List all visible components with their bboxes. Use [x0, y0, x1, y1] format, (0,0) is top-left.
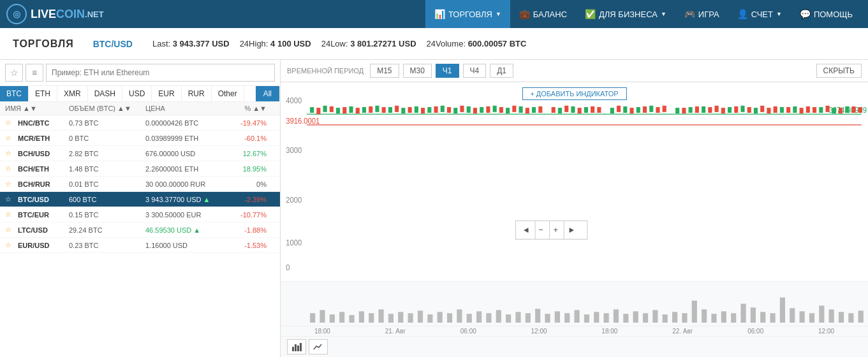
vol-label: 24Volume: 600.00057 BTC [427, 39, 527, 48]
time-btn-ch4[interactable]: Ч4 [463, 64, 487, 78]
svg-rect-108 [398, 312, 403, 323]
table-row[interactable]: ☆ BTC/EUR 0.15 BTC 3 300.50000 EUR -10.7… [0, 207, 280, 222]
search-input[interactable] [46, 64, 275, 82]
nav-balance-label: БАЛАНС [533, 10, 567, 19]
bar-chart-icon [291, 342, 302, 352]
svg-rect-46 [330, 106, 334, 112]
svg-rect-13 [362, 107, 366, 113]
vol-value: 600.00057 BTC [468, 39, 527, 48]
svg-rect-152 [829, 309, 834, 323]
svg-rect-75 [708, 107, 712, 113]
tab-eur[interactable]: EUR [152, 86, 181, 101]
svg-rect-64 [564, 106, 568, 112]
svg-rect-48 [356, 108, 360, 113]
volume-chart [281, 282, 868, 326]
hide-button[interactable]: СКРЫТЬ [816, 64, 862, 78]
tab-rur[interactable]: RUR [182, 86, 212, 101]
favorites-button[interactable]: ☆ [5, 64, 23, 82]
tab-dash[interactable]: DASH [88, 86, 122, 101]
table-row[interactable]: ☆ BCH/USD 2.82 BTC 676.00000 USD 12.67% [0, 146, 280, 161]
svg-rect-153 [839, 312, 844, 323]
nav-trading[interactable]: 📊 ТОРГОВЛЯ ▼ [425, 0, 510, 28]
chart-toolbar: ВРЕМЕННОЙ ПЕРИОД М15 М30 Ч1 Ч4 Д1 СКРЫТЬ [281, 60, 868, 82]
list-view-button[interactable]: ≡ [26, 64, 43, 82]
nav-help[interactable]: 💬 ПОМОЩЬ [791, 0, 862, 28]
table-row[interactable]: ☆ EUR/USD 0.23 BTC 1.16000 USD -1.53% [0, 238, 280, 253]
bar-chart-button[interactable] [287, 339, 306, 354]
svg-rect-71 [656, 107, 659, 113]
svg-rect-120 [515, 312, 520, 323]
svg-rect-62 [538, 106, 542, 113]
svg-rect-114 [457, 309, 462, 323]
svg-text:◄: ◄ [522, 225, 530, 235]
svg-rect-12 [349, 106, 353, 113]
tab-usd[interactable]: USD [122, 86, 152, 101]
svg-rect-34 [675, 108, 679, 113]
table-row[interactable]: ☆ BCH/ETH 1.48 BTC 2.26000001 ETH 18.95% [0, 161, 280, 177]
svg-text:−: − [538, 225, 543, 235]
nav-business[interactable]: ✅ ДЛЯ БИЗНЕСА ▼ [576, 0, 675, 28]
logo: ◎ LIVECOIN.NET [6, 4, 104, 24]
time-btn-m30[interactable]: М30 [403, 64, 432, 78]
svg-rect-9 [310, 107, 314, 113]
svg-rect-113 [447, 313, 452, 323]
svg-rect-159 [300, 343, 302, 351]
svg-rect-116 [476, 311, 482, 323]
trading-arrow: ▼ [496, 11, 501, 17]
svg-rect-102 [339, 312, 344, 323]
svg-rect-56 [460, 106, 464, 112]
svg-rect-117 [486, 313, 491, 323]
svg-rect-58 [486, 106, 490, 113]
percent-value: 18.95% [228, 165, 267, 173]
add-indicator-button[interactable]: + ДОБАВИТЬ ИНДИКАТОР [522, 87, 626, 100]
svg-rect-135 [663, 314, 668, 323]
nav-game[interactable]: 🎮 ИГРА [675, 0, 728, 28]
svg-rect-100 [320, 310, 325, 323]
svg-rect-136 [672, 312, 677, 323]
table-row[interactable]: ☆ HNC/BTC 0.73 BTC 0.00000426 BTC -19.47… [0, 115, 280, 131]
line-chart-button[interactable] [309, 339, 328, 354]
time-btn-d1[interactable]: Д1 [490, 64, 513, 78]
svg-rect-155 [858, 310, 864, 323]
svg-rect-154 [848, 313, 853, 323]
nav-balance[interactable]: 💼 БАЛАНС [510, 0, 576, 28]
header: ◎ LIVECOIN.NET 📊 ТОРГОВЛЯ ▼ 💼 БАЛАНС ✅ Д… [0, 0, 868, 28]
svg-rect-88 [839, 108, 842, 113]
table-header: ИМЯ ▲▼ ОБЪЕМ (BTC) ▲▼ ЦЕНА % ▲▼ [0, 102, 280, 115]
tab-other[interactable]: Other [212, 86, 244, 101]
table-row[interactable]: ☆ LTC/USD 29.24 BTC 46.59530 USD ▲ -1.88… [0, 222, 280, 238]
time-btn-m15[interactable]: М15 [370, 64, 399, 78]
svg-rect-81 [767, 108, 770, 113]
svg-rect-85 [806, 106, 810, 113]
svg-rect-123 [545, 314, 550, 323]
svg-rect-134 [652, 310, 658, 323]
tab-btc[interactable]: BTC [0, 86, 29, 101]
table-row[interactable]: ☆ BTC/USD 600 BTC 3 943.37700 USD ▲ -2.3… [0, 192, 280, 207]
svg-rect-73 [682, 108, 686, 113]
time-btn-ch1[interactable]: Ч1 [436, 64, 459, 78]
svg-rect-49 [369, 106, 372, 113]
nav-account[interactable]: 👤 СЧЕТ ▼ [728, 0, 791, 28]
tab-xmr[interactable]: XMR [57, 86, 88, 101]
low-value: 3 801.27271 USD [350, 39, 416, 48]
ticker-pair: BTC/USD [93, 39, 133, 49]
svg-rect-78 [734, 106, 738, 113]
table-row[interactable]: ☆ BCH/RUR 0.01 BTC 30 000.00000 RUR 0% [0, 177, 280, 192]
time-label-2: 21. Авг [385, 328, 406, 335]
svg-rect-142 [731, 313, 736, 323]
table-row[interactable]: ☆ MCR/ETH 0 BTC 0.03989999 ETH -60.1% [0, 131, 280, 146]
tab-eth[interactable]: ETH [29, 86, 57, 101]
svg-rect-28 [571, 106, 575, 113]
percent-value: -10.77% [228, 211, 267, 219]
account-arrow: ▼ [776, 11, 782, 17]
svg-rect-125 [564, 313, 570, 323]
price-value: 3 300.50000 EUR [145, 211, 228, 219]
time-label-3: 06:00 [460, 328, 476, 335]
tab-all[interactable]: All [256, 86, 280, 101]
svg-rect-118 [496, 310, 501, 323]
svg-rect-22 [480, 107, 483, 113]
svg-rect-158 [297, 346, 299, 351]
percent-value: 0% [228, 180, 267, 188]
svg-rect-137 [682, 313, 687, 323]
price-value: 1.16000 USD [145, 242, 228, 249]
